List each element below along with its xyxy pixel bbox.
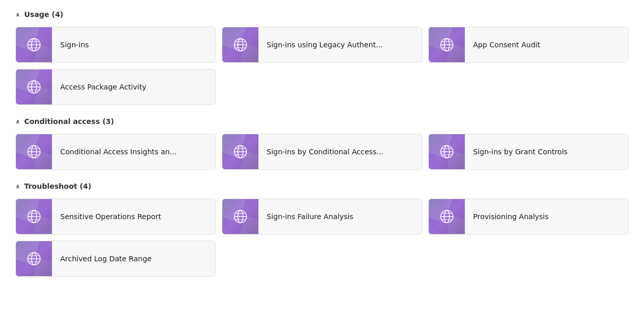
item-label-archived-log: Archived Log Date Range xyxy=(52,255,215,263)
chevron-icon: ∧ xyxy=(15,118,20,125)
section-label: Conditional access (3) xyxy=(24,117,114,125)
chevron-icon: ∧ xyxy=(15,183,20,190)
item-icon-sensitive-operations xyxy=(16,199,52,235)
item-label-sign-ins-conditional-access: Sign-ins by Conditional Access... xyxy=(258,148,422,156)
item-card-sensitive-operations[interactable]: Sensitive Operations Report xyxy=(15,199,216,235)
section-label: Troubleshoot (4) xyxy=(24,182,91,190)
section-grid-conditional-access: Conditional Access Insights an... Sign-i… xyxy=(15,134,629,170)
item-card-sign-ins-grant-controls[interactable]: Sign-ins by Grant Controls xyxy=(428,134,629,170)
item-icon-app-consent-audit xyxy=(429,27,465,63)
section-grid-troubleshoot: Sensitive Operations Report Sign-ins Fai… xyxy=(15,199,629,277)
item-icon-conditional-access-insights xyxy=(16,134,52,170)
item-label-app-consent-audit: App Consent Audit xyxy=(465,41,628,49)
item-label-sign-ins-failure: Sign-ins Failure Analysis xyxy=(258,212,422,221)
item-icon-sign-ins-legacy xyxy=(222,27,258,63)
section-usage: ∧Usage (4) Sign-ins Sign-ins using Legac… xyxy=(15,10,629,105)
item-card-app-consent-audit[interactable]: App Consent Audit xyxy=(428,27,629,63)
section-header-troubleshoot[interactable]: ∧Troubleshoot (4) xyxy=(15,182,629,190)
item-card-sign-ins-failure[interactable]: Sign-ins Failure Analysis xyxy=(222,199,422,235)
section-label: Usage (4) xyxy=(24,10,63,19)
item-card-provisioning-analysis[interactable]: Provisioning Analysis xyxy=(428,199,629,235)
section-troubleshoot: ∧Troubleshoot (4) Sensitive Operations R… xyxy=(15,182,629,277)
item-card-sign-ins-conditional-access[interactable]: Sign-ins by Conditional Access... xyxy=(222,134,422,170)
item-icon-access-package-activity xyxy=(16,69,52,105)
item-card-archived-log[interactable]: Archived Log Date Range xyxy=(15,241,216,277)
item-icon-sign-ins-failure xyxy=(222,199,258,235)
item-card-sign-ins[interactable]: Sign-ins xyxy=(15,27,216,63)
item-icon-archived-log xyxy=(16,241,52,277)
section-grid-usage: Sign-ins Sign-ins using Legacy Authent..… xyxy=(15,27,629,105)
section-conditional-access: ∧Conditional access (3) Conditional Acce… xyxy=(15,117,629,170)
item-card-access-package-activity[interactable]: Access Package Activity xyxy=(15,69,216,105)
item-icon-sign-ins xyxy=(16,27,52,63)
item-label-access-package-activity: Access Package Activity xyxy=(52,83,215,91)
item-label-provisioning-analysis: Provisioning Analysis xyxy=(465,212,628,221)
item-label-sign-ins-grant-controls: Sign-ins by Grant Controls xyxy=(465,148,628,156)
item-label-sensitive-operations: Sensitive Operations Report xyxy=(52,212,215,221)
item-label-sign-ins-legacy: Sign-ins using Legacy Authent... xyxy=(258,41,422,49)
item-label-conditional-access-insights: Conditional Access Insights an... xyxy=(52,148,215,156)
item-icon-sign-ins-grant-controls xyxy=(429,134,465,170)
section-header-conditional-access[interactable]: ∧Conditional access (3) xyxy=(15,117,629,125)
item-icon-sign-ins-conditional-access xyxy=(222,134,258,170)
section-header-usage[interactable]: ∧Usage (4) xyxy=(15,10,629,19)
item-label-sign-ins: Sign-ins xyxy=(52,41,215,49)
item-icon-provisioning-analysis xyxy=(429,199,465,235)
chevron-icon: ∧ xyxy=(15,11,20,18)
item-card-conditional-access-insights[interactable]: Conditional Access Insights an... xyxy=(15,134,216,170)
item-card-sign-ins-legacy[interactable]: Sign-ins using Legacy Authent... xyxy=(222,27,422,63)
